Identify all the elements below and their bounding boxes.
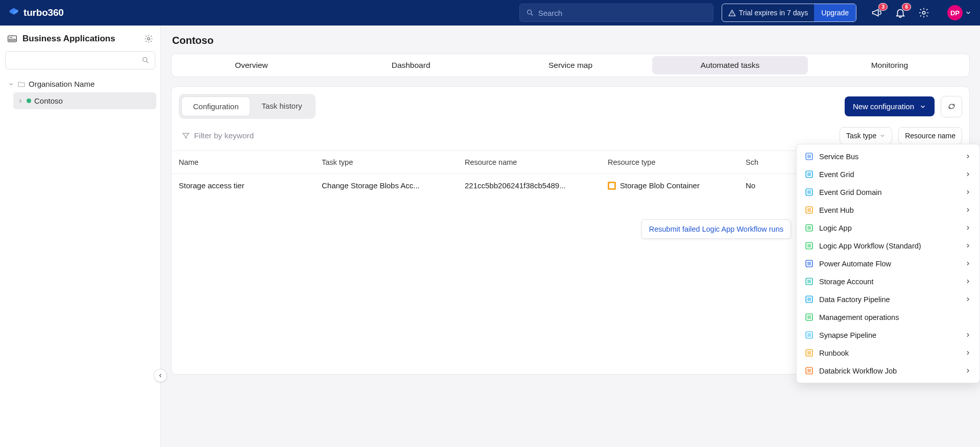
tree-org-node[interactable]: Organisation Name <box>4 76 156 92</box>
main: Contoso Overview Dashboard Service map A… <box>161 26 980 447</box>
brand-logo[interactable]: turbo360 <box>8 7 64 18</box>
chevron-right-icon <box>965 332 971 338</box>
subtab-configuration[interactable]: Configuration <box>181 96 250 116</box>
search-icon <box>141 56 150 64</box>
tree-child-contoso[interactable]: Contoso <box>13 92 156 109</box>
svg-rect-35 <box>807 351 811 355</box>
filter-placeholder: Filter by keyword <box>194 131 254 140</box>
resource-icon <box>805 224 814 232</box>
filter-chip-task-type[interactable]: Task type <box>840 127 892 144</box>
dropdown-item[interactable]: Event Grid Domain <box>797 183 979 201</box>
dropdown-item[interactable]: Event Hub <box>797 201 979 219</box>
chevron-right-icon <box>965 153 971 160</box>
global-search-input[interactable] <box>538 9 707 17</box>
svg-rect-5 <box>8 36 17 42</box>
tab-dashboard[interactable]: Dashboard <box>333 56 488 74</box>
apps-icon <box>7 34 17 44</box>
tab-monitoring[interactable]: Monitoring <box>812 56 967 74</box>
dropdown-item[interactable]: Data Factory Pipeline <box>797 290 979 308</box>
col-resource-name: Resource name <box>465 158 608 166</box>
sidebar-settings-icon[interactable] <box>144 34 153 43</box>
chevron-right-icon <box>965 225 971 231</box>
dropdown-item[interactable]: Storage Account <box>797 272 979 290</box>
logo-icon <box>8 7 19 18</box>
trial-text: Trial expires in 7 days <box>722 9 815 17</box>
chevron-right-icon <box>965 260 971 267</box>
dropdown-item[interactable]: Management operations <box>797 308 979 326</box>
dropdown-item[interactable]: Synapse Pipeline <box>797 326 979 344</box>
notifications-button[interactable]: 6 <box>894 7 906 19</box>
settings-button[interactable] <box>918 7 930 19</box>
dropdown-item-label: Logic App <box>819 224 852 232</box>
search-icon <box>526 9 534 17</box>
cell-type-label: Storage Blob Container <box>620 181 700 190</box>
cell-sched: No <box>746 181 797 190</box>
upgrade-button[interactable]: Upgrade <box>814 4 856 21</box>
dropdown-item[interactable]: Logic App Workflow (Standard) <box>797 237 979 255</box>
sidebar-search-input[interactable] <box>11 56 141 64</box>
dropdown-item-label: Power Automate Flow <box>819 260 891 268</box>
col-name: Name <box>179 158 322 166</box>
cell-name: Storage access tier <box>179 181 322 190</box>
child-name: Contoso <box>34 96 63 105</box>
dropdown-item[interactable]: Logic App <box>797 219 979 237</box>
refresh-icon <box>947 102 956 111</box>
dropdown-item-label: Event Grid Domain <box>819 188 882 196</box>
svg-point-7 <box>11 37 12 38</box>
announcements-button[interactable]: 3 <box>871 7 883 19</box>
chevron-right-icon <box>965 189 971 195</box>
resource-icon <box>805 152 814 161</box>
dropdown-item[interactable]: Service Bus <box>797 147 979 165</box>
filter-chip-resource-name[interactable]: Resource name <box>898 127 962 144</box>
folder-icon <box>17 80 26 88</box>
svg-point-0 <box>527 10 531 14</box>
dropdown-item-label: Service Bus <box>819 153 858 161</box>
resource-icon <box>805 331 814 339</box>
svg-rect-25 <box>807 262 811 265</box>
subtab-task-history[interactable]: Task history <box>250 96 313 116</box>
trial-label: Trial expires in 7 days <box>739 9 808 17</box>
svg-point-9 <box>148 38 150 40</box>
svg-rect-8 <box>9 39 15 41</box>
svg-point-10 <box>143 58 147 62</box>
tab-automated-tasks[interactable]: Automated tasks <box>652 56 807 74</box>
svg-rect-31 <box>807 315 811 319</box>
topbar: turbo360 Trial expires in 7 days Upgrade… <box>0 0 980 26</box>
brand-text: turbo360 <box>23 7 64 18</box>
notify-badge: 6 <box>902 3 911 11</box>
dropdown-item[interactable]: Runbook <box>797 344 979 362</box>
cell-task: Change Storage Blobs Acc... <box>322 181 465 190</box>
dropdown-item-label: Storage Account <box>819 278 873 286</box>
tab-overview[interactable]: Overview <box>174 56 329 74</box>
avatar: DP <box>947 5 963 20</box>
tab-service-map[interactable]: Service map <box>493 56 648 74</box>
dropdown-item[interactable]: Databrick Workflow Job <box>797 362 979 380</box>
svg-rect-37 <box>807 369 811 373</box>
svg-rect-21 <box>807 226 811 230</box>
chip-label: Task type <box>846 132 876 140</box>
chevron-right-icon <box>965 296 971 303</box>
svg-rect-33 <box>807 333 811 337</box>
dropdown-item[interactable]: Event Grid <box>797 165 979 183</box>
resource-icon <box>805 349 814 357</box>
filter-input[interactable]: Filter by keyword <box>179 131 833 140</box>
dropdown-item[interactable]: Power Automate Flow <box>797 255 979 272</box>
new-configuration-button[interactable]: New configuration <box>845 96 935 116</box>
filter-icon <box>182 132 190 140</box>
refresh-button[interactable] <box>941 96 962 117</box>
dropdown-item-label: Runbook <box>819 349 849 357</box>
global-search[interactable] <box>519 4 713 22</box>
sidebar-search[interactable] <box>5 51 155 69</box>
user-menu[interactable]: DP <box>941 5 972 20</box>
chevron-right-icon <box>965 278 971 285</box>
dropdown-item-label: Databrick Workflow Job <box>819 367 897 375</box>
resource-icon <box>805 277 814 286</box>
main-tabs: Overview Dashboard Service map Automated… <box>171 54 970 77</box>
resource-icon <box>805 241 814 250</box>
chevron-right-icon <box>17 98 23 104</box>
new-config-label: New configuration <box>853 102 914 111</box>
warning-icon <box>728 9 736 17</box>
svg-rect-17 <box>807 190 811 194</box>
dropdown-item-label: Data Factory Pipeline <box>819 295 890 304</box>
status-dot-icon <box>27 98 31 103</box>
